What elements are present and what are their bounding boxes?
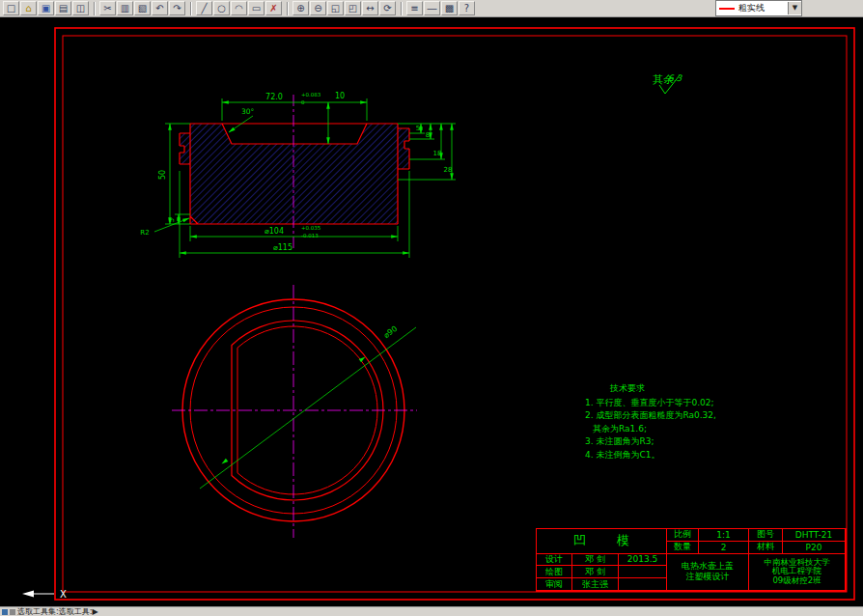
status-bar: 选取工具集:选取工具:▶: [0, 606, 863, 616]
layers-button[interactable]: ≡: [406, 1, 423, 15]
organization: 中南林业科技大学 机电工程学院 09级材控2班: [749, 554, 846, 591]
circle-view: ⌀90: [172, 285, 417, 538]
drawing-no-value: DHTT-21: [783, 529, 846, 542]
dim-8-label: 8: [426, 131, 430, 139]
pan-button[interactable]: ↔: [362, 1, 378, 15]
tech-req-title: 技术要求: [610, 382, 716, 396]
erase-button[interactable]: ✗: [265, 1, 282, 15]
section-hatch: [190, 124, 398, 224]
x-axis-arrow-icon: [22, 591, 34, 598]
technical-requirements: 技术要求 1. 平行度、垂直度小于等于0.02; 2. 成型部分表面粗糙度为Ra…: [585, 382, 716, 462]
line-tool-button[interactable]: ╱: [196, 1, 212, 15]
designer-name: 邓 剑: [572, 554, 619, 567]
roughness-symbol-icon: 6.3: [656, 72, 687, 96]
paste-button[interactable]: ▧: [134, 1, 151, 15]
rectangle-tool-button[interactable]: ▭: [248, 1, 264, 15]
drawing-frame: [55, 28, 854, 600]
cut-button[interactable]: ✂: [99, 1, 116, 15]
print-button[interactable]: ▤: [55, 1, 71, 15]
design-date: 2013.5: [619, 554, 667, 567]
status-icon[interactable]: [2, 609, 8, 615]
tech-req-line: 3. 未注圆角为R3;: [585, 435, 716, 449]
toolbar-separator: [190, 2, 192, 15]
zoom-window-button[interactable]: ◱: [327, 1, 344, 15]
toolbar-separator: [94, 2, 96, 15]
layer-combo-value: 粗实线: [738, 2, 765, 14]
arc-tool-button[interactable]: ◠: [231, 1, 247, 15]
status-icon[interactable]: [10, 609, 15, 615]
undo-button[interactable]: ↶: [152, 1, 168, 15]
dim-90-label: ⌀90: [382, 324, 399, 340]
layer-combo[interactable]: 粗实线 ▼: [715, 0, 802, 16]
svg-text:6.3: 6.3: [668, 73, 683, 83]
x-axis-label: X: [60, 589, 67, 600]
redraw-button[interactable]: ⟳: [379, 1, 396, 15]
dim-72-tol-lower: 0: [301, 99, 305, 105]
dim-104-tol-lower: -0.013: [301, 233, 319, 238]
scale-label: 比例: [667, 529, 699, 542]
drawing-area[interactable]: 72.0 +0.083 0 10 30° 5 8 18 28 50 5 R2 ⌀…: [0, 17, 863, 606]
zoom-in-button[interactable]: ⊕: [292, 1, 309, 15]
part-name: 凹 模: [537, 529, 667, 554]
dim-r2-label: R2: [140, 229, 149, 237]
dim-104-label: ⌀104: [264, 227, 284, 236]
reviewer-date: [619, 578, 667, 591]
dim-5-left-label: 5: [168, 218, 176, 222]
reviewer-name: 张主强: [572, 578, 619, 591]
linestyle-preview-icon: [719, 8, 735, 10]
print-preview-button[interactable]: ◫: [72, 1, 89, 15]
toolbar-separator: [401, 2, 403, 15]
status-text: 选取工具集:选取工具:▶: [17, 606, 98, 616]
dim-5-right-label: 5: [416, 125, 420, 132]
open-button[interactable]: ⌂: [20, 1, 37, 15]
zoom-all-button[interactable]: ◰: [345, 1, 361, 15]
scale-value: 1:1: [699, 529, 749, 542]
drawing-no-label: 图号: [749, 529, 783, 542]
combo-dropdown-icon[interactable]: ▼: [788, 2, 801, 14]
tech-req-line: 其余为Ra1.6;: [593, 423, 716, 436]
dim-30deg-label: 30°: [241, 107, 255, 116]
tech-req-line: 1. 平行度、垂直度小于等于0.02;: [585, 397, 716, 410]
material-value: P20: [783, 542, 846, 554]
dim-72-tol-upper: +0.083: [301, 92, 321, 98]
zoom-out-button[interactable]: ⊖: [310, 1, 326, 15]
drafter-date: [619, 566, 667, 578]
new-button[interactable]: □: [3, 1, 19, 15]
help-button[interactable]: ?: [459, 1, 475, 15]
material-label: 材料: [749, 542, 783, 554]
save-button[interactable]: ▣: [38, 1, 54, 15]
dim-50-label: 50: [158, 170, 167, 180]
redo-button[interactable]: ↷: [169, 1, 185, 15]
circle-tool-button[interactable]: ○: [213, 1, 230, 15]
dim-18-label: 18: [433, 150, 442, 157]
dim-104-tol-upper: +0.035: [301, 225, 321, 231]
color-button[interactable]: ▩: [441, 1, 458, 15]
ucs-axis: X: [22, 589, 67, 600]
copy-button[interactable]: ▥: [117, 1, 133, 15]
reviewer-label: 审阅: [537, 578, 572, 591]
main-toolbar: □ ⌂ ▣ ▤ ◫ ✂ ▥ ▧ ↶ ↷ ╱ ○ ◠ ▭ ✗ ⊕ ⊖ ◱ ◰ ↔ …: [0, 0, 863, 17]
tech-req-line: 2. 成型部分表面粗糙度为Ra0.32,: [585, 409, 716, 423]
title-block: 凹 模 比例 1:1 数量 2 图号 DHTT-21 材料 P20 设计 邓 剑…: [536, 528, 847, 592]
drafter-label: 绘图: [537, 566, 572, 578]
quantity-value: 2: [699, 542, 749, 554]
toolbar-separator: [287, 2, 289, 15]
dim-28-label: 28: [444, 166, 453, 174]
tech-req-line: 4. 未注倒角为C1。: [585, 449, 716, 462]
surface-roughness-note: 其余 6.3: [653, 72, 674, 87]
dim-72-label: 72.0: [265, 93, 283, 101]
project-name: 电热水壶上盖 注塑模设计: [667, 554, 749, 591]
quantity-label: 数量: [667, 542, 699, 554]
dim-10-label: 10: [335, 92, 345, 100]
linetype-button[interactable]: ―: [424, 1, 440, 15]
drawing-canvas[interactable]: 72.0 +0.083 0 10 30° 5 8 18 28 50 5 R2 ⌀…: [0, 17, 863, 606]
drafter-name: 邓 剑: [572, 566, 619, 578]
designer-label: 设计: [537, 554, 572, 567]
dim-115-label: ⌀115: [273, 243, 292, 252]
section-view: [180, 95, 409, 249]
